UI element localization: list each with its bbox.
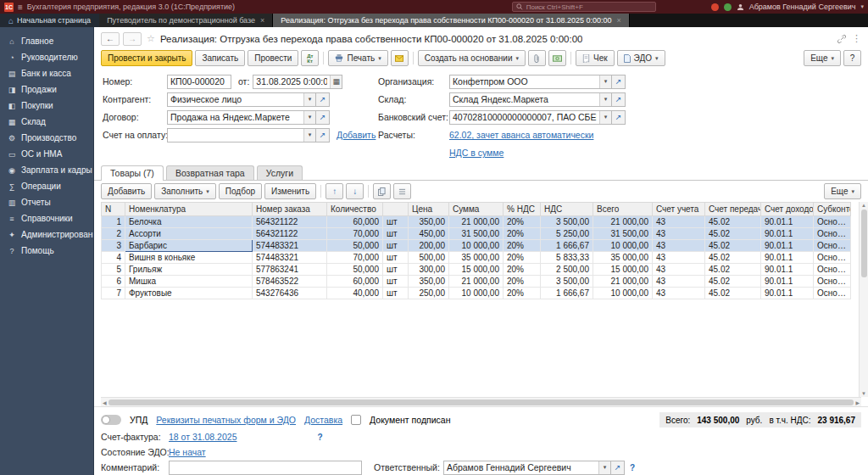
open-icon[interactable]: ↗ — [316, 110, 330, 125]
contract-input[interactable] — [168, 112, 303, 122]
dropdown-icon[interactable]: ▾ — [303, 93, 315, 106]
column-header[interactable]: Сумма — [449, 203, 504, 216]
edit-button[interactable]: Изменить — [264, 183, 316, 199]
table-cell[interactable]: шт — [383, 252, 409, 264]
table-cell[interactable]: Основная — [814, 264, 851, 276]
table-cell[interactable]: 20% — [504, 264, 541, 276]
sidebar-item-prodazhi[interactable]: ◨Продажи — [0, 81, 93, 98]
sidebar-item-sklad[interactable]: ▦Склад — [0, 114, 93, 130]
table-cell[interactable]: 15 000,00 — [593, 264, 653, 276]
help-button[interactable]: ? — [843, 50, 861, 66]
column-header[interactable]: Цена — [409, 203, 449, 216]
edo-state-link[interactable]: Не начат — [169, 447, 206, 457]
table-cell[interactable]: 45.02 — [705, 276, 761, 288]
table-cell[interactable]: 70,000 — [327, 228, 383, 240]
table-row[interactable]: 7Фруктовые54327643640,000шт250,0010 000,… — [102, 288, 851, 299]
table-cell[interactable]: 300,00 — [409, 264, 449, 276]
copy-row-button[interactable] — [373, 183, 391, 199]
table-cell[interactable]: 6 — [102, 276, 125, 288]
column-header[interactable]: Всего — [593, 203, 653, 216]
user-menu-caret-icon[interactable]: ▾ — [860, 3, 864, 10]
items-more-button[interactable]: Еще▾ — [824, 183, 861, 199]
table-cell[interactable]: Белочка — [125, 216, 253, 228]
table-cell[interactable]: 20% — [504, 288, 541, 299]
scroll-down-icon[interactable]: ▼ — [861, 391, 866, 396]
table-cell[interactable]: 90.01.1 — [761, 216, 814, 228]
table-cell[interactable]: 574483321 — [253, 240, 327, 252]
column-header[interactable]: Количество — [327, 203, 383, 216]
sidebar-item-rukovoditelyu[interactable]: ◔Руководителю — [0, 49, 93, 65]
table-cell[interactable]: 2 500,00 — [541, 264, 593, 276]
sidebar-item-bank-i-kassa[interactable]: ▤Банк и касса — [0, 65, 93, 81]
tab-goods[interactable]: Товары (7) — [101, 165, 164, 181]
sidebar-item-administrirovanie[interactable]: ✦Администрирование — [0, 226, 93, 243]
table-cell[interactable]: 45.02 — [705, 240, 761, 252]
vertical-scroll-thumb[interactable] — [861, 210, 867, 277]
table-cell[interactable]: Основная — [814, 228, 851, 240]
table-cell[interactable]: 350,00 — [409, 216, 449, 228]
table-cell[interactable]: Фруктовые — [125, 288, 253, 299]
sidebar-item-glavnoe[interactable]: ⌂Главное — [0, 33, 93, 49]
dropdown-icon[interactable]: ▾ — [303, 129, 315, 142]
email-button[interactable] — [391, 50, 409, 66]
close-tab-icon[interactable]: × — [260, 16, 264, 25]
table-cell[interactable]: 577863241 — [253, 264, 327, 276]
table-cell[interactable]: 350,00 — [409, 276, 449, 288]
post-and-close-button[interactable]: Провести и закрыть — [101, 50, 192, 66]
fill-button[interactable]: Заполнить▾ — [154, 183, 216, 199]
table-cell[interactable]: шт — [383, 240, 409, 252]
back-button[interactable]: ← — [101, 32, 120, 46]
save-button[interactable]: Записать — [195, 50, 245, 66]
table-cell[interactable]: 450,00 — [409, 228, 449, 240]
table-cell[interactable]: 43 — [653, 276, 705, 288]
table-cell[interactable]: 35 000,00 — [593, 252, 653, 264]
table-cell[interactable]: 20% — [504, 240, 541, 252]
table-cell[interactable]: 90.01.1 — [761, 240, 814, 252]
table-cell[interactable]: 31 500,00 — [593, 228, 653, 240]
check-button[interactable]: Чек — [576, 50, 615, 66]
responsible-help-icon[interactable]: ? — [630, 463, 635, 472]
show-postings-button[interactable]: ДтКт — [301, 50, 319, 66]
horizontal-scrollbar[interactable]: ◀ ▶ — [101, 397, 861, 406]
table-cell[interactable]: Основная — [814, 240, 851, 252]
table-cell[interactable]: 40,000 — [327, 288, 383, 299]
column-header[interactable]: НДС — [541, 203, 593, 216]
table-cell[interactable]: 3 500,00 — [541, 276, 593, 288]
sidebar-item-proizvodstvo[interactable]: ⚙Производство — [0, 130, 93, 146]
favorite-star-icon[interactable]: ☆ — [147, 33, 155, 44]
column-header[interactable]: Субконто — [814, 203, 851, 216]
table-row[interactable]: 3Барбарис57448332150,000шт200,0010 000,0… — [102, 240, 851, 252]
add-row-button[interactable]: Добавить — [101, 183, 152, 199]
table-cell[interactable]: 1 666,67 — [541, 288, 593, 299]
sidebar-item-pomosch[interactable]: ?Помощь — [0, 243, 93, 259]
counterparty-input[interactable] — [168, 94, 303, 104]
tab-document[interactable]: Реализация: Отгрузка без перехода права … — [273, 14, 629, 27]
table-cell[interactable]: шт — [383, 264, 409, 276]
forward-button[interactable]: → — [123, 32, 142, 46]
more-button[interactable]: Еще▾ — [804, 50, 841, 66]
table-row[interactable]: 4Вишня в коньяке57448332170,000шт500,003… — [102, 252, 851, 264]
table-cell[interactable]: 21 000,00 — [593, 276, 653, 288]
column-header[interactable]: N — [102, 203, 125, 216]
tab-guide[interactable]: Путеводитель по демонстрационной базе × — [99, 14, 273, 27]
invoice-link[interactable]: 18 от 31.08.2025 — [169, 432, 236, 442]
table-cell[interactable]: 4 — [102, 252, 125, 264]
global-search[interactable]: Поиск Ctrl+Shift+F — [512, 2, 656, 12]
get-link-icon[interactable] — [837, 35, 846, 43]
table-cell[interactable]: Основная — [814, 288, 851, 299]
scroll-left-icon[interactable]: ◀ — [103, 400, 107, 405]
table-cell[interactable]: Основная — [814, 276, 851, 288]
open-icon[interactable]: ↗ — [316, 92, 330, 107]
table-cell[interactable]: 1 — [102, 216, 125, 228]
table-cell[interactable]: Мишка — [125, 276, 253, 288]
edo-button[interactable]: ЭДО▾ — [617, 50, 665, 66]
table-cell[interactable]: 45.02 — [705, 288, 761, 299]
list-settings-button[interactable] — [393, 183, 411, 199]
table-cell[interactable]: Грильяж — [125, 264, 253, 276]
sidebar-item-spravochniki[interactable]: ≡Справочники — [0, 210, 93, 226]
table-cell[interactable]: 10 000,00 — [449, 288, 504, 299]
table-cell[interactable]: 574483321 — [253, 252, 327, 264]
column-header[interactable]: Счет передачи — [705, 203, 761, 216]
table-cell[interactable]: 543276436 — [253, 288, 327, 299]
table-cell[interactable]: 21 000,00 — [449, 216, 504, 228]
